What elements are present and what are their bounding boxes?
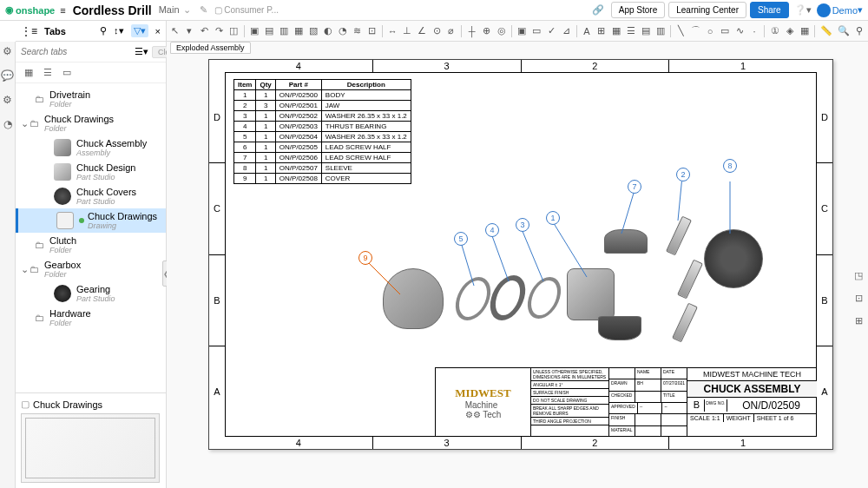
balloon-4[interactable]: 4 (485, 223, 499, 237)
svg-line-3 (522, 229, 543, 281)
tool-redo-icon[interactable]: ↷ (214, 25, 224, 37)
tool-datum-icon[interactable]: ▣ (517, 25, 527, 37)
tabs-list-icon[interactable]: ⋮≡ (21, 25, 37, 37)
chevron-down-icon[interactable]: ⌄ (21, 264, 30, 275)
tool-view3-icon[interactable]: ▥ (279, 25, 288, 37)
filter2-icon[interactable]: ☰▾ (135, 46, 148, 57)
hamburger-icon[interactable]: ≡ (60, 5, 65, 16)
rail-settings-icon[interactable]: ⚙ (3, 94, 12, 106)
tool-dropdown-icon[interactable]: ▾ (185, 25, 194, 37)
tree-chuck-assembly[interactable]: Chuck AssemblyAssembly (16, 135, 166, 160)
tool-dim2-icon[interactable]: ⊥ (403, 25, 412, 37)
balloon-2[interactable]: 2 (676, 168, 690, 181)
balloon-7[interactable]: 7 (628, 180, 641, 194)
search-icon[interactable]: ⚲ (100, 25, 107, 36)
tool-circle-icon[interactable]: ○ (706, 25, 715, 37)
rail-tune-icon[interactable]: ⚙ (3, 45, 12, 57)
view-grid-icon[interactable]: ▦ (24, 67, 33, 78)
tool-revtable-icon[interactable]: ▥ (655, 25, 665, 37)
bom-table[interactable]: ItemQtyPart #Description 11ON/P/02500BOD… (233, 79, 411, 184)
tree-gearbox[interactable]: ⌄ 🗀 GearboxFolder (16, 257, 166, 281)
other-doc-tab[interactable]: ▢ Consumer P... (214, 5, 279, 15)
tool-sketch-icon[interactable]: ◫ (229, 25, 239, 37)
drawing-canvas[interactable]: Exploded Assembly 4321 4321 DCBA DCBA It… (167, 42, 868, 488)
thumbnail-image[interactable] (21, 413, 160, 483)
help-icon[interactable]: ❔▾ (794, 4, 812, 16)
tool-balloon-icon[interactable]: ① (770, 25, 779, 37)
balloon-5[interactable]: 5 (454, 232, 468, 246)
view-cube-icon[interactable]: ◳ (851, 267, 866, 283)
app-store-button[interactable]: App Store (611, 2, 665, 18)
tool-centermark-icon[interactable]: ⊕ (482, 25, 491, 37)
tool-insert-icon[interactable]: ▦ (611, 25, 621, 37)
search-input[interactable] (21, 47, 131, 56)
balloon-1[interactable]: 1 (546, 211, 560, 225)
tool-gtol-icon[interactable]: ▭ (532, 25, 542, 37)
tool-arc-icon[interactable]: ⌒ (691, 25, 700, 37)
tool-rect-icon[interactable]: ▭ (720, 25, 730, 37)
tree-gearing[interactable]: GearingPart Studio (16, 281, 166, 306)
view-tab[interactable]: Exploded Assembly (170, 42, 251, 54)
balloon-8[interactable]: 8 (723, 159, 737, 173)
tool-measure-icon[interactable]: 📏 (820, 25, 832, 37)
sort-icon[interactable]: ↕▾ (114, 25, 124, 36)
fit-icon-1[interactable]: ⊡ (851, 290, 866, 306)
view-list-icon[interactable]: ☰ (43, 67, 52, 78)
tool-radius-icon[interactable]: ⊙ (432, 25, 442, 37)
tool-cursor-icon[interactable]: ↖ (170, 25, 180, 37)
table-row: 51ON/P/02504WASHER 26.35 x 33 x 1.2 (234, 132, 411, 142)
filter-icon[interactable]: ▽▾ (131, 24, 148, 37)
tree-chuck-design[interactable]: Chuck DesignPart Studio (16, 160, 166, 184)
branch-label[interactable]: Main⌄ (159, 4, 191, 16)
tool-bom-icon[interactable]: ☰ (626, 25, 635, 37)
view-card-icon[interactable]: ▭ (62, 67, 71, 78)
tool-centerline-icon[interactable]: ┼ (467, 25, 477, 37)
tool-angle-icon[interactable]: ∠ (418, 25, 427, 37)
tool-dia-icon[interactable]: ⌀ (447, 25, 457, 37)
tool-spline-icon[interactable]: ∿ (735, 25, 745, 37)
tool-crop-icon[interactable]: ⊡ (367, 25, 377, 37)
tool-undo-icon[interactable]: ↶ (200, 25, 209, 37)
link-icon[interactable]: 🔗 (592, 4, 604, 16)
tool-view2-icon[interactable]: ▤ (264, 25, 273, 37)
chevron-down-icon[interactable]: ⌄ (21, 118, 30, 129)
pencil-icon[interactable]: ✎ (200, 4, 207, 16)
learning-center-button[interactable]: Learning Center (668, 2, 746, 18)
tool-thread-icon[interactable]: ◎ (496, 25, 506, 37)
tool-weld-icon[interactable]: ⊿ (562, 25, 571, 37)
tool-table-icon[interactable]: ⊞ (596, 25, 606, 37)
tool-inspect-icon[interactable]: 🔍 (838, 25, 850, 37)
tool-note-icon[interactable]: A (582, 25, 591, 37)
tool-break-icon[interactable]: ≋ (352, 25, 362, 37)
user-menu[interactable]: Demo▾ (817, 3, 863, 17)
tree-chuck-drawings-folder[interactable]: ⌄ 🗀 Chuck DrawingsFolder (16, 111, 166, 135)
tool-view4-icon[interactable]: ▦ (293, 25, 303, 37)
tool-line-icon[interactable]: ╲ (676, 25, 686, 37)
fit-icon-2[interactable]: ⊞ (851, 313, 866, 328)
tool-detail-icon[interactable]: ◔ (338, 25, 347, 37)
tool-callout-icon[interactable]: ◈ (785, 25, 794, 37)
tool-view-icon[interactable]: ▣ (249, 25, 259, 37)
tool-hatch-icon[interactable]: ▦ (799, 25, 809, 37)
tree-drivetrain[interactable]: 🗀 DrivetrainFolder (16, 87, 166, 111)
balloon-3[interactable]: 3 (516, 218, 529, 232)
rail-comment-icon[interactable]: 💬 (1, 69, 14, 82)
tool-point-icon[interactable]: · (750, 25, 760, 37)
balloon-9[interactable]: 9 (358, 251, 372, 265)
zone-right: DCBA (817, 72, 832, 437)
tree-chuck-covers[interactable]: Chuck CoversPart Studio (16, 184, 166, 208)
tree-clutch[interactable]: 🗀 ClutchFolder (16, 233, 166, 257)
tree-hardware[interactable]: 🗀 HardwareFolder (16, 306, 166, 330)
tree-chuck-drawings-doc[interactable]: Chuck DrawingsDrawing (16, 208, 166, 233)
branch-dropdown-icon[interactable]: ⌄ (183, 4, 191, 15)
rail-versions-icon[interactable]: ◔ (3, 118, 12, 130)
exploded-view[interactable]: 9 5 4 3 1 7 2 8 (357, 181, 773, 364)
tool-surf-icon[interactable]: ✓ (547, 25, 556, 37)
close-panel-icon[interactable]: × (155, 26, 161, 36)
tool-dim-icon[interactable]: ↔ (388, 25, 398, 37)
tool-section-icon[interactable]: ◐ (323, 25, 332, 37)
share-button[interactable]: Share (750, 2, 789, 18)
tool-holetable-icon[interactable]: ▤ (641, 25, 650, 37)
tool-search-icon[interactable]: ⚲ (855, 25, 865, 37)
tool-view5-icon[interactable]: ▧ (308, 25, 318, 37)
